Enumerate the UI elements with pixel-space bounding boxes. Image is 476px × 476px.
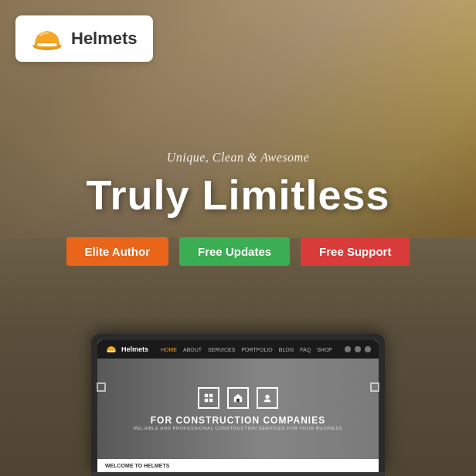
screen-nav-about[interactable]: ABOUT [183,347,202,352]
screen-footer: WELCOME TO HELMETS [97,459,379,472]
corner-accent-right [370,382,379,392]
screen-nav-shop[interactable]: SHOP [317,347,332,352]
svg-rect-5 [205,399,208,402]
laptop-frame: Helmets HOME ABOUT SERVICES PORTFOLIO BL… [91,334,385,472]
free-support-badge[interactable]: Free Support [301,237,410,266]
screen-social-icons [345,346,371,352]
logo-box[interactable]: Helmets [15,15,153,62]
social-icon-1 [345,346,351,352]
badges-row: Elite Author Free Updates Free Support [0,237,476,266]
screen-feature-icon-2 [227,387,249,409]
free-updates-badge[interactable]: Free Updates [179,237,290,266]
svg-rect-2 [107,351,115,352]
screen-body-content: FOR CONSTRUCTION COMPANIES RELIABLE AND … [134,387,342,430]
svg-rect-1 [37,43,57,46]
social-icon-2 [355,346,361,352]
screen-nav-portfolio[interactable]: PORTFOLIO [241,347,272,352]
svg-rect-7 [236,399,240,402]
helmet-icon [31,25,63,53]
laptop-mockup: Helmets HOME ABOUT SERVICES PORTFOLIO BL… [91,334,385,476]
laptop-screen: Helmets HOME ABOUT SERVICES PORTFOLIO BL… [97,340,379,472]
screen-nav: HOME ABOUT SERVICES PORTFOLIO BLOG FAQ S… [161,347,332,352]
hero-title: Truly Limitless [0,171,476,219]
screen-nav-faq[interactable]: FAQ [300,347,311,352]
laptop-base [91,472,385,476]
logo-title: Helmets [71,29,138,49]
svg-rect-4 [209,394,212,397]
elite-author-badge[interactable]: Elite Author [66,237,168,266]
screen-main-text: FOR CONSTRUCTION COMPANIES [134,415,342,426]
svg-point-8 [265,395,269,399]
hero-content: Unique, Clean & Awesome Truly Limitless … [0,151,476,289]
screen-logo: Helmets [105,344,148,355]
screen-feature-icons [134,387,342,409]
screen-body: FOR CONSTRUCTION COMPANIES RELIABLE AND … [97,359,379,459]
screen-nav-home[interactable]: HOME [161,347,177,352]
screen-feature-icon-3 [257,387,278,409]
svg-rect-3 [205,394,208,397]
social-icon-3 [365,346,371,352]
page-container: Helmets Unique, Clean & Awesome Truly Li… [0,0,476,476]
screen-sub-text: RELIABLE AND PROFESSIONAL CONSTRUCTION S… [134,426,342,430]
screen-feature-icon-1 [198,387,219,409]
screen-header: Helmets HOME ABOUT SERVICES PORTFOLIO BL… [97,340,379,359]
hero-subtitle: Unique, Clean & Awesome [0,151,476,165]
screen-logo-text: Helmets [121,345,148,353]
screen-nav-services[interactable]: SERVICES [208,347,235,352]
corner-accent-left [97,382,106,392]
screen-nav-blog[interactable]: BLOG [279,347,294,352]
svg-rect-6 [209,399,212,402]
screen-footer-text: WELCOME TO HELMETS [105,463,371,468]
